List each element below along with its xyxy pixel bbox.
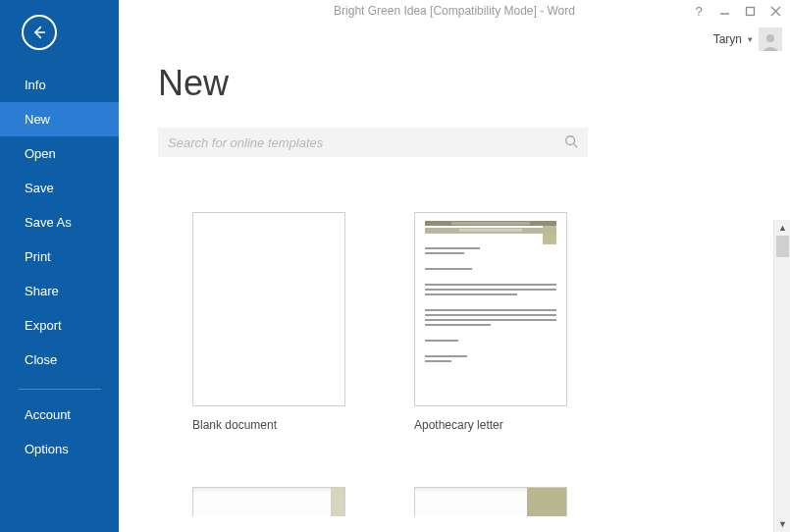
template-partial-2[interactable] xyxy=(414,487,567,528)
template-gallery-row2 xyxy=(158,487,790,528)
window-title: Bright Green Idea [Compatibility Mode] -… xyxy=(334,4,575,18)
svg-line-7 xyxy=(574,143,578,147)
minimize-button[interactable] xyxy=(717,4,731,18)
content-area: New Blank document xyxy=(119,22,790,532)
sidebar-menu: Info New Open Save Save As Print Share E… xyxy=(0,68,119,466)
template-partial-1[interactable] xyxy=(192,487,345,528)
sidebar-item-print[interactable]: Print xyxy=(0,239,119,274)
template-blank-document[interactable]: Blank document xyxy=(192,212,345,432)
window-controls: ? xyxy=(692,4,782,18)
page-title: New xyxy=(158,63,790,104)
template-search[interactable] xyxy=(158,128,588,157)
template-apothecary-letter[interactable]: Apothecary letter xyxy=(414,212,567,432)
search-icon[interactable] xyxy=(564,134,578,151)
arrow-left-icon xyxy=(31,25,47,40)
sidebar-item-close[interactable]: Close xyxy=(0,343,119,377)
sidebar-item-options[interactable]: Options xyxy=(0,432,119,466)
sidebar-item-save-as[interactable]: Save As xyxy=(0,205,119,239)
back-button[interactable] xyxy=(22,15,57,50)
title-bar: Bright Green Idea [Compatibility Mode] -… xyxy=(119,0,790,22)
svg-rect-2 xyxy=(746,7,754,15)
help-button[interactable]: ? xyxy=(692,4,706,18)
scroll-down-button[interactable]: ▼ xyxy=(774,516,790,532)
app-root: Info New Open Save Save As Print Share E… xyxy=(0,0,790,532)
main-pane: Bright Green Idea [Compatibility Mode] -… xyxy=(119,0,790,532)
template-thumb-blank xyxy=(192,212,345,406)
template-label: Blank document xyxy=(192,418,345,432)
template-thumb-partial xyxy=(192,487,345,516)
sidebar-item-open[interactable]: Open xyxy=(0,136,119,171)
vertical-scrollbar[interactable]: ▲ ▼ xyxy=(773,220,790,532)
sidebar-item-info[interactable]: Info xyxy=(0,68,119,102)
sidebar-item-save[interactable]: Save xyxy=(0,171,119,205)
sidebar-item-account[interactable]: Account xyxy=(0,398,119,432)
scroll-thumb[interactable] xyxy=(776,236,789,257)
search-input[interactable] xyxy=(168,135,564,150)
template-thumb-apothecary xyxy=(414,212,567,406)
template-thumb-partial xyxy=(414,487,567,516)
sidebar-item-new[interactable]: New xyxy=(0,102,119,136)
sidebar-separator xyxy=(18,389,101,390)
scroll-up-button[interactable]: ▲ xyxy=(774,220,790,236)
sidebar-item-share[interactable]: Share xyxy=(0,274,119,308)
close-button[interactable] xyxy=(768,4,782,18)
maximize-button[interactable] xyxy=(743,4,757,18)
template-gallery: Blank document xyxy=(158,212,790,432)
template-label: Apothecary letter xyxy=(414,418,567,432)
svg-point-6 xyxy=(566,135,575,144)
sidebar-item-export[interactable]: Export xyxy=(0,308,119,343)
backstage-sidebar: Info New Open Save Save As Print Share E… xyxy=(0,0,119,532)
